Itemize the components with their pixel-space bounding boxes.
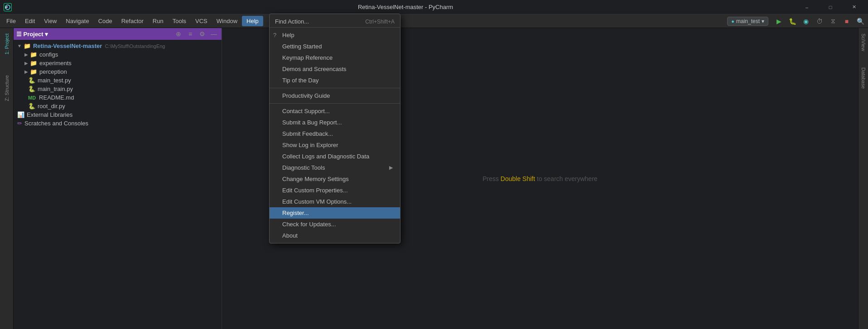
root-folder-path: C:\MyStuff\OutstandingEng bbox=[105, 43, 165, 49]
file-tree: ▼ 📁 Retina-VesselNet-master C:\MyStuff\O… bbox=[14, 40, 222, 329]
double-shift-keyword: Double Shift bbox=[501, 175, 535, 182]
help-menu-keymap[interactable]: Keymap Reference bbox=[270, 52, 400, 63]
svg-text:P: P bbox=[5, 5, 8, 10]
help-menu-bug-report[interactable]: Submit a Bug Report... bbox=[270, 117, 400, 128]
search-everywhere-button[interactable]: 🔍 bbox=[854, 15, 866, 27]
tree-scratches[interactable]: ✏ Scratches and Consoles bbox=[14, 119, 222, 128]
help-menu-help[interactable]: ? Help bbox=[270, 29, 400, 41]
sidebar-tab-project[interactable]: 1: Project bbox=[2, 30, 11, 58]
help-menu-about[interactable]: About bbox=[270, 230, 400, 241]
close-button[interactable]: ✕ bbox=[844, 0, 864, 14]
menu-window[interactable]: Window bbox=[212, 16, 242, 26]
help-menu-tip[interactable]: Tip of the Day bbox=[270, 75, 400, 86]
debug-button[interactable]: 🐛 bbox=[786, 15, 798, 27]
menu-code[interactable]: Code bbox=[94, 16, 117, 26]
help-menu-diagnostic-tools[interactable]: Diagnostic Tools ▶ bbox=[270, 162, 400, 173]
menu-run[interactable]: Run bbox=[148, 16, 168, 26]
menu-view[interactable]: View bbox=[39, 16, 61, 26]
help-menu-feedback[interactable]: Submit Feedback... bbox=[270, 128, 400, 139]
help-menu-register[interactable]: Register... bbox=[270, 207, 400, 219]
editor-empty-hint: Press Double Shift to search everywhere bbox=[482, 175, 598, 182]
project-title-bar: ☰ Project ▾ ⊕ ≡ ⚙ — bbox=[14, 28, 222, 40]
run-config-label: main_test bbox=[736, 18, 760, 24]
menu-navigate[interactable]: Navigate bbox=[61, 16, 93, 26]
double-shift-text: Press bbox=[482, 175, 501, 182]
help-menu-show-log[interactable]: Show Log in Explorer bbox=[270, 139, 400, 151]
menu-vcs[interactable]: VCS bbox=[191, 16, 212, 26]
submenu-arrow-icon: ▶ bbox=[389, 165, 393, 171]
right-sidebar-strip: SciView Database bbox=[858, 28, 868, 329]
help-menu-getting-started[interactable]: Getting Started bbox=[270, 41, 400, 52]
help-menu-collect-logs[interactable]: Collect Logs and Diagnostic Data bbox=[270, 151, 400, 162]
help-menu-productivity[interactable]: Productivity Guide bbox=[270, 88, 400, 101]
sidebar-tab-structure[interactable]: Z: Structure bbox=[2, 72, 11, 105]
menu-tools[interactable]: Tools bbox=[168, 16, 191, 26]
run-config-icon: ● bbox=[731, 19, 734, 24]
project-panel: ☰ Project ▾ ⊕ ≡ ⚙ — ▼ 📁 Retina-VesselNet… bbox=[14, 28, 222, 329]
right-tab-sciview[interactable]: SciView bbox=[860, 30, 867, 55]
help-menu-custom-properties[interactable]: Edit Custom Properties... bbox=[270, 185, 400, 196]
project-controls: ⊕ ≡ ⚙ — bbox=[174, 29, 219, 39]
app-icon: P bbox=[4, 3, 12, 11]
menu-file[interactable]: File bbox=[2, 16, 20, 26]
root-folder-name: Retina-VesselNet-master bbox=[33, 43, 102, 49]
project-label: ☰ Project ▾ bbox=[16, 31, 48, 38]
titlebar: P Retina-VesselNet-master - PyCharm – □ … bbox=[0, 0, 868, 14]
stop-button[interactable]: ■ bbox=[841, 15, 853, 27]
concurrency-button[interactable]: ⧖ bbox=[827, 15, 839, 27]
help-menu-demos[interactable]: Demos and Screencasts bbox=[270, 63, 400, 75]
tree-experiments[interactable]: ▶ 📁 experiments bbox=[14, 59, 222, 67]
help-menu-check-updates[interactable]: Check for Updates... bbox=[270, 219, 400, 230]
main-content: 1: Project Z: Structure ☰ Project ▾ ⊕ ≡ … bbox=[0, 28, 868, 329]
maximize-button[interactable]: □ bbox=[820, 0, 841, 14]
locate-button[interactable]: ⊕ bbox=[174, 29, 183, 39]
tree-configs[interactable]: ▶ 📁 configs bbox=[14, 50, 222, 59]
run-configuration[interactable]: ● main_test ▾ bbox=[727, 17, 768, 26]
tree-main-test[interactable]: 🐍 main_test.py bbox=[14, 76, 222, 85]
window-controls: – □ ✕ bbox=[796, 0, 864, 14]
menu-edit[interactable]: Edit bbox=[20, 16, 39, 26]
profile-button[interactable]: ⏱ bbox=[814, 15, 825, 27]
collapse-button[interactable]: ≡ bbox=[185, 29, 195, 39]
menu-refactor[interactable]: Refactor bbox=[117, 16, 148, 26]
menu-help[interactable]: Help bbox=[242, 16, 263, 26]
tree-perception[interactable]: ▶ 📁 perception bbox=[14, 67, 222, 76]
tree-main-train[interactable]: 🐍 main_train.py bbox=[14, 85, 222, 93]
find-action-shortcut: Ctrl+Shift+A bbox=[365, 19, 395, 25]
help-menu-contact-support[interactable]: Contact Support... bbox=[270, 103, 400, 117]
help-menu-memory-settings[interactable]: Change Memory Settings bbox=[270, 173, 400, 185]
menubar: File Edit View Navigate Code Refactor Ru… bbox=[0, 14, 868, 28]
minimize-button[interactable]: – bbox=[796, 0, 817, 14]
window-title: Retina-VesselNet-master - PyCharm bbox=[14, 4, 796, 10]
toolbar-right: ● main_test ▾ ▶ 🐛 ◉ ⏱ ⧖ ■ 🔍 bbox=[727, 15, 866, 27]
find-action-bar[interactable]: Find Action... Ctrl+Shift+A bbox=[270, 16, 400, 28]
right-tab-database[interactable]: Database bbox=[860, 64, 867, 92]
hint-suffix: to search everywhere bbox=[537, 175, 598, 182]
hide-button[interactable]: — bbox=[209, 29, 219, 39]
left-sidebar-strip: 1: Project Z: Structure bbox=[0, 28, 14, 329]
settings-button[interactable]: ⚙ bbox=[197, 29, 207, 39]
question-icon: ? bbox=[273, 32, 276, 38]
tree-root-folder[interactable]: ▼ 📁 Retina-VesselNet-master C:\MyStuff\O… bbox=[14, 42, 222, 50]
run-config-arrow: ▾ bbox=[762, 18, 764, 24]
find-action-label: Find Action... bbox=[275, 18, 365, 25]
coverage-button[interactable]: ◉ bbox=[800, 15, 812, 27]
tree-root-dir[interactable]: 🐍 root_dir.py bbox=[14, 102, 222, 110]
help-menu-vm-options[interactable]: Edit Custom VM Options... bbox=[270, 196, 400, 207]
help-menu-dropdown: Find Action... Ctrl+Shift+A ? Help Getti… bbox=[269, 14, 400, 243]
run-button[interactable]: ▶ bbox=[773, 15, 785, 27]
tree-readme[interactable]: MD README.md bbox=[14, 93, 222, 102]
tree-external-libraries[interactable]: 📊 External Libraries bbox=[14, 110, 222, 119]
